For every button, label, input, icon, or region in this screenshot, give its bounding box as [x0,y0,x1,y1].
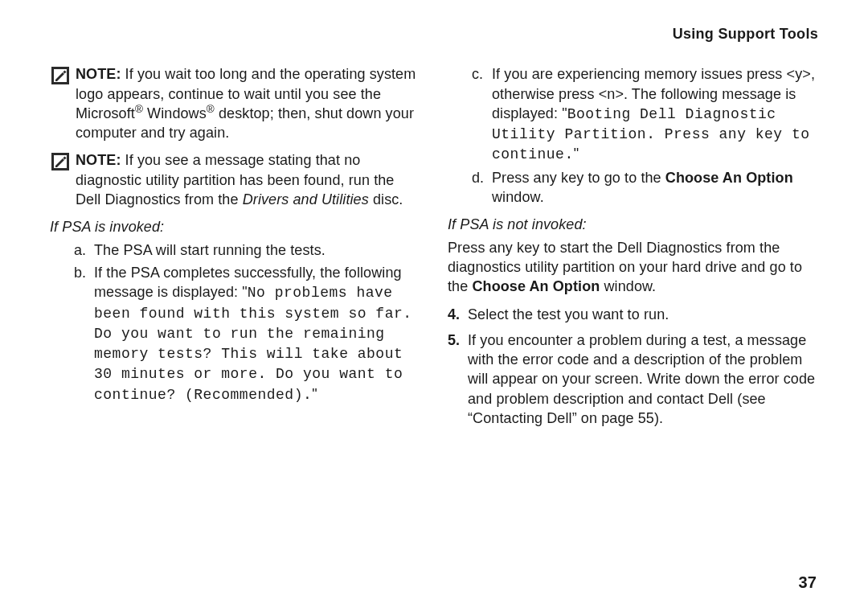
step-5: 5. If you encounter a problem during a t… [448,331,818,428]
para-post: window. [600,278,656,294]
list-marker: c. [472,64,488,84]
list-item-d-pre: Press any key to go to the [492,170,665,186]
list-item-d-bold: Choose An Option [665,170,793,186]
registered-mark: ® [135,103,143,115]
page-header: Using Support Tools [50,24,818,43]
list-marker: b. [74,263,90,282]
list-marker: a. [74,240,90,260]
two-column-layout: NOTE: If you wait too long and the opera… [50,64,818,434]
registered-mark: ® [207,103,215,115]
manual-page: Using Support Tools NOTE: If you wait to… [0,0,868,616]
note-icon [51,67,69,84]
list-item-b-post: " [312,386,317,402]
note-2: NOTE: If you see a message stating that … [50,150,420,209]
note-2-text: NOTE: If you see a message stating that … [76,150,420,209]
step-marker: 4. [448,305,460,324]
page-number: 37 [799,572,817,593]
psa-not-invoked-heading: If PSA is not invoked: [448,215,818,234]
para-bold: Choose An Option [472,278,600,294]
note-1-mid: Windows [143,105,207,121]
step-5-text: If you encounter a problem during a test… [468,332,815,426]
list-item-b: b. If the PSA completes successfully, th… [74,263,420,405]
note-2-italic: Drivers and Utilities [243,191,369,207]
right-column: c. If you are experiencing memory issues… [448,64,818,434]
psa-not-invoked-para: Press any key to start the Dell Diagnost… [448,238,818,297]
note-label: NOTE: [76,66,121,82]
list-item-d: d. Press any key to go to the Choose An … [472,168,818,207]
psa-invoked-list-cont: c. If you are experiencing memory issues… [448,64,818,207]
list-item-d-post: window. [492,189,544,205]
left-column: NOTE: If you wait too long and the opera… [50,64,420,434]
step-4-text: Select the test you want to run. [468,306,669,322]
list-item-c: c. If you are experiencing memory issues… [472,64,818,164]
step-4: 4. Select the test you want to run. [448,305,818,324]
note-icon [51,153,69,170]
list-item-a: a. The PSA will start running the tests. [74,240,420,260]
note-1-text: NOTE: If you wait too long and the opera… [76,64,420,142]
note-1: NOTE: If you wait too long and the opera… [50,64,420,142]
psa-invoked-heading: If PSA is invoked: [50,217,420,236]
list-item-c-post: " [574,146,579,162]
psa-invoked-list: a. The PSA will start running the tests.… [50,240,420,405]
list-item-b-mono: No problems have been found with this sy… [94,285,412,402]
note-label: NOTE: [76,152,121,168]
step-marker: 5. [448,331,460,350]
numbered-steps: 4. Select the test you want to run. 5. I… [448,305,818,429]
note-2-post: disc. [369,191,403,207]
list-marker: d. [472,168,488,187]
list-item-a-text: The PSA will start running the tests. [94,242,326,258]
